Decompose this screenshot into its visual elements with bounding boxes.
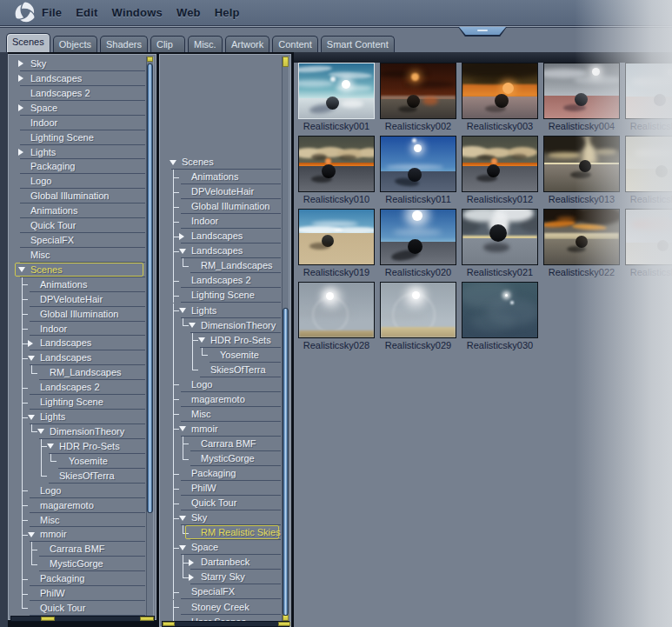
tree-item-dpveloutehair[interactable]: DPVelouteHair (161, 184, 282, 199)
expander-icon[interactable] (189, 323, 196, 328)
tree-item-landscapes[interactable]: Landscapes (161, 243, 282, 258)
tab-clip[interactable]: Clip (150, 36, 185, 52)
tree-item-space[interactable]: Space (10, 101, 146, 116)
tab-objects[interactable]: Objects (53, 36, 97, 52)
collapse-handle[interactable] (458, 27, 507, 37)
expander-icon[interactable] (189, 574, 194, 581)
tree-item-indoor[interactable]: Indoor (161, 214, 282, 229)
scrollbar-thumb[interactable] (283, 308, 289, 616)
asset-thumbnail[interactable] (543, 209, 620, 265)
expander-icon[interactable] (37, 429, 44, 434)
tree-item-landscapes[interactable]: Landscapes (10, 336, 146, 350)
tree-item-mmoir[interactable]: mmoir (10, 527, 146, 542)
tree-item-hdr-pro-sets[interactable]: HDR Pro-Sets (161, 333, 282, 348)
expander-icon[interactable] (18, 60, 23, 67)
expander-icon[interactable] (179, 545, 186, 550)
tab-smart-content[interactable]: Smart Content (321, 36, 395, 52)
expander-icon[interactable] (28, 532, 35, 537)
expander-icon[interactable] (28, 415, 35, 420)
tree-item-lights[interactable]: Lights (10, 410, 146, 424)
asset-thumbnail[interactable] (298, 282, 375, 338)
tab-shaders[interactable]: Shaders (100, 36, 148, 52)
tree-item-lighting-scene[interactable]: Lighting Scene (161, 288, 282, 303)
tree-item-mysticgorge[interactable]: MysticGorge (161, 451, 282, 466)
expander-icon[interactable] (28, 356, 35, 361)
asset-thumbnail[interactable] (380, 63, 456, 119)
tree-item-skiesofterra[interactable]: SkiesOfTerra (10, 469, 146, 484)
asset-thumbnail[interactable] (298, 63, 375, 119)
tree-item-animations[interactable]: Animations (10, 277, 146, 292)
tab-misc-[interactable]: Misc. (188, 36, 223, 52)
tree-item-hdr-pro-sets[interactable]: HDR Pro-Sets (10, 439, 146, 454)
expander-icon[interactable] (18, 267, 25, 272)
menu-web[interactable]: Web (170, 6, 208, 19)
tree-item-landscapes[interactable]: Landscapes (10, 350, 146, 365)
tab-content[interactable]: Content (272, 36, 318, 52)
asset-thumbnail[interactable] (625, 63, 672, 119)
tree-item-starry-sky[interactable]: Starry Sky (161, 570, 282, 584)
tree-item-misc[interactable]: Misc (10, 513, 146, 528)
tree-item-skiesofterra[interactable]: SkiesOfTerra (161, 363, 282, 377)
tree-item-lighting-scene[interactable]: Lighting Scene (10, 395, 146, 410)
asset-thumbnail[interactable] (543, 63, 620, 119)
tree-item-landscapes-2[interactable]: Landscapes 2 (10, 86, 146, 101)
tree-item-animations[interactable]: Animations (10, 203, 146, 218)
expander-icon[interactable] (189, 559, 194, 566)
tree-item-quick-tour[interactable]: Quick Tour (161, 496, 282, 510)
scrollbar-thumb[interactable] (147, 63, 153, 513)
tree-item-landscapes[interactable]: Landscapes (10, 71, 146, 86)
tree-item-philw[interactable]: PhilW (10, 586, 146, 601)
tree-item-global-illumination[interactable]: Global Illumination (10, 307, 146, 322)
asset-thumbnail[interactable] (380, 209, 456, 265)
asset-thumbnail[interactable] (380, 136, 456, 192)
tree-item-quick-tour[interactable]: Quick Tour (10, 601, 146, 616)
tree-item-animations[interactable]: Animations (161, 170, 282, 184)
expander-icon[interactable] (198, 337, 205, 343)
asset-thumbnail[interactable] (462, 63, 538, 119)
tree-item-rm-landscapes[interactable]: RM_Landscapes (161, 258, 282, 273)
expander-icon[interactable] (18, 149, 23, 156)
tree-item-rm-realistic-skies[interactable]: RM Realistic Skies (161, 525, 282, 540)
tree-item-dimensiontheory[interactable]: DimensionTheory (161, 318, 282, 333)
tree-item-misc[interactable]: Misc (161, 407, 282, 422)
tree-item-yosemite[interactable]: Yosemite (10, 454, 146, 469)
asset-thumbnail[interactable] (298, 209, 375, 265)
asset-thumbnail[interactable] (298, 136, 375, 192)
tree-item-dimensiontheory[interactable]: DimensionTheory (10, 424, 146, 439)
tree-item-carrara-bmf[interactable]: Carrara BMF (161, 437, 282, 451)
tree-item-magaremoto[interactable]: magaremoto (10, 498, 146, 513)
expander-icon[interactable] (28, 340, 33, 347)
tree-item-packaging[interactable]: Packaging (10, 571, 146, 586)
tree-item-lights[interactable]: Lights (10, 145, 146, 160)
expander-icon[interactable] (179, 233, 184, 240)
asset-thumbnail[interactable] (462, 209, 538, 265)
tree-item-misc[interactable]: Misc (10, 248, 146, 263)
asset-thumbnail[interactable] (462, 136, 538, 192)
menu-edit[interactable]: Edit (69, 6, 104, 19)
tree-item-landscapes-2[interactable]: Landscapes 2 (10, 380, 146, 395)
tree-item-specialfx[interactable]: SpecialFX (10, 233, 146, 248)
tree-item-rm-landscapes[interactable]: RM_Landscapes (10, 365, 146, 380)
tree-item-landscapes[interactable]: Landscapes (161, 229, 282, 243)
asset-thumbnail[interactable] (380, 282, 456, 338)
tree-item-yosemite[interactable]: Yosemite (161, 348, 282, 363)
tree-item-philw[interactable]: PhilW (161, 481, 282, 496)
expander-icon[interactable] (179, 308, 186, 313)
expander-icon[interactable] (179, 516, 186, 521)
tab-scenes[interactable]: Scenes (6, 33, 50, 52)
horizontal-scrollbar[interactable] (162, 621, 289, 627)
tree-item-scenes[interactable]: Scenes (10, 263, 146, 277)
tree-item-scenes[interactable]: Scenes (161, 155, 282, 170)
menu-help[interactable]: Help (208, 6, 247, 19)
tree-item-indoor[interactable]: Indoor (10, 322, 146, 337)
asset-thumbnail[interactable] (462, 282, 538, 338)
tree-item-logo[interactable]: Logo (10, 484, 146, 498)
tree-item-specialfx[interactable]: SpecialFX (161, 584, 282, 599)
tree-item-carrara-bmf[interactable]: Carrara BMF (10, 542, 146, 557)
tree-item-global-illumination[interactable]: Global Illumination (10, 189, 146, 203)
tree-item-indoor[interactable]: Indoor (10, 116, 146, 130)
tree-item-lights[interactable]: Lights (161, 303, 282, 318)
tab-artwork[interactable]: Artwork (225, 36, 269, 52)
tree-item-packaging[interactable]: Packaging (161, 466, 282, 481)
asset-thumbnail[interactable] (625, 136, 672, 192)
